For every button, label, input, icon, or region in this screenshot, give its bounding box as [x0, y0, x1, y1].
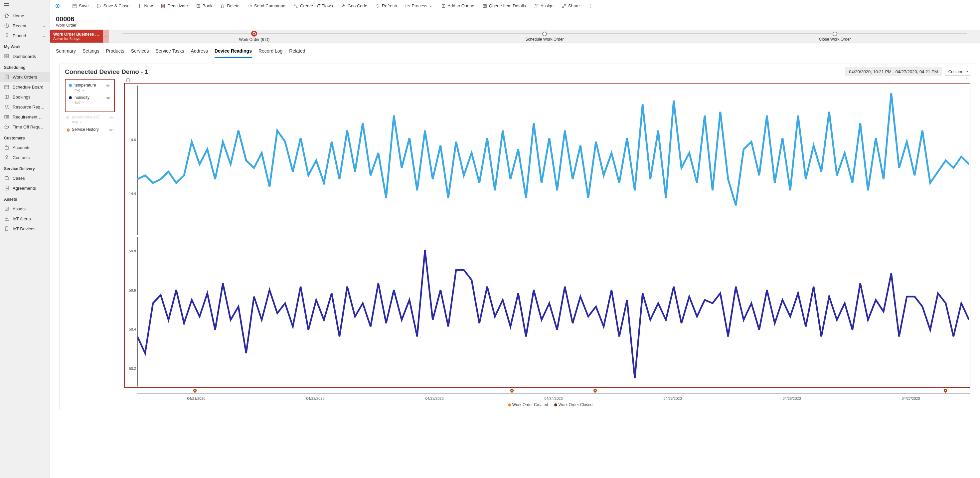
saveclose-icon: [97, 4, 102, 8]
cmd-save & close[interactable]: Save & Close: [94, 1, 133, 10]
tab-record log[interactable]: Record Log: [258, 46, 282, 58]
cmd-book[interactable]: Book: [192, 1, 216, 10]
svg-point-68: [945, 390, 946, 391]
sidebar-item[interactable]: IoT Alerts: [0, 214, 49, 224]
svg-point-40: [343, 5, 344, 6]
sidebar-item-recent[interactable]: Recent⌄: [0, 21, 49, 30]
eye-icon[interactable]: [105, 95, 111, 102]
cmd-deactivate[interactable]: Deactivate: [158, 1, 191, 10]
cmd-share[interactable]: Share: [558, 1, 583, 10]
nav-group-header: My Work: [0, 41, 49, 51]
sidebar-item[interactable]: Dashboards: [0, 51, 49, 61]
sidebar-item[interactable]: Requirement Groups: [0, 112, 49, 122]
legend-series-extra[interactable]: Service History: [65, 126, 115, 134]
legend-series[interactable]: humidityavg ⌄: [68, 94, 112, 105]
svg-rect-41: [406, 5, 409, 7]
cmd-save[interactable]: Save: [69, 1, 92, 10]
cmd-back[interactable]: [52, 2, 63, 10]
tab-services[interactable]: Services: [131, 46, 149, 58]
svg-rect-45: [483, 4, 487, 7]
cmd-new[interactable]: New: [134, 1, 156, 10]
chevron-down-icon: ⌄: [42, 23, 46, 28]
series-color-dot: [66, 128, 69, 131]
hamburger-button[interactable]: [0, 0, 49, 11]
svg-point-65: [195, 390, 196, 391]
cal-icon: [4, 84, 9, 89]
time-icon: [4, 124, 9, 129]
record-subtitle: Work Order: [56, 23, 974, 28]
bpf-collapse-button[interactable]: ‹: [103, 30, 109, 43]
nav-group-header: Assets: [0, 193, 49, 204]
tab-device readings[interactable]: Device Readings: [215, 46, 252, 58]
x-tick-label: 04/25/2020: [613, 397, 732, 400]
cmd-delete[interactable]: Delete: [217, 1, 243, 10]
cmd-queue item details[interactable]: Queue Item Details: [479, 1, 529, 10]
cmd-geo code[interactable]: Geo Code: [338, 1, 371, 10]
send-icon: [248, 4, 252, 8]
assign-icon: [534, 4, 539, 8]
svg-rect-14: [8, 116, 9, 118]
share-icon: [562, 4, 566, 8]
sidebar-item[interactable]: Agreements: [0, 183, 49, 193]
sidebar-item[interactable]: Resource Requireme...: [0, 102, 49, 112]
cmd-more[interactable]: [584, 2, 596, 10]
nav-group-header: Service Delivery: [0, 163, 49, 173]
tab-address[interactable]: Address: [191, 46, 208, 58]
series-color-dot: [69, 96, 72, 99]
tab-related[interactable]: Related: [289, 46, 305, 58]
sidebar-item[interactable]: Work Orders: [0, 72, 49, 82]
sidebar-item[interactable]: Cases: [0, 173, 49, 183]
eye-icon[interactable]: [108, 115, 113, 121]
record-header: 00006 Work Order: [50, 12, 980, 30]
sidebar-item[interactable]: Assets: [0, 204, 49, 214]
tab-products[interactable]: Products: [106, 46, 124, 58]
svg-point-20: [6, 208, 7, 209]
acct-icon: [4, 145, 9, 150]
sidebar-item[interactable]: Bookings: [0, 92, 49, 102]
svg-rect-2: [7, 54, 9, 56]
chevron-down-icon: ⌄: [430, 3, 433, 8]
cmd-send command[interactable]: Send Command: [244, 1, 289, 10]
series-legend-box: temperatureavg ⌄humidityavg ⌄: [65, 79, 115, 112]
range-preset-select[interactable]: Custom: [945, 68, 970, 76]
legend-series-extra[interactable]: accelerometerZavg ⌄: [65, 114, 115, 124]
date-range-display[interactable]: 04/20/2020, 10:21 PM - 04/27/2020, 04:21…: [845, 67, 942, 76]
flow-icon: [293, 4, 298, 8]
x-tick-label: 04/22/2020: [256, 397, 375, 400]
chevron-down-icon: ⌄: [42, 33, 46, 38]
sidebar-item[interactable]: Accounts: [0, 142, 49, 153]
x-tick-label: 04/27/2020: [851, 397, 970, 400]
bpf-name-panel[interactable]: Work Order Business Pro... Active for 6 …: [50, 30, 103, 43]
record-title: 00006: [56, 15, 974, 23]
eye-icon[interactable]: [108, 127, 113, 134]
svg-point-55: [68, 129, 69, 130]
eye-icon[interactable]: [105, 83, 111, 89]
cmd-refresh[interactable]: Refresh: [372, 1, 401, 10]
cmd-assign[interactable]: Assign: [531, 1, 557, 10]
sidebar-item[interactable]: IoT Devices: [0, 224, 49, 234]
qdetails-icon: [482, 4, 487, 8]
sidebar-item[interactable]: Time Off Requests: [0, 122, 49, 132]
tab-summary[interactable]: Summary: [56, 46, 76, 58]
clock-icon: [4, 23, 9, 28]
form-tabs: SummarySettingsProductsServicesService T…: [50, 43, 980, 58]
sidebar-item-pinned[interactable]: Pinned⌄: [0, 30, 49, 41]
bpf-stage-dot: [833, 32, 837, 36]
tab-settings[interactable]: Settings: [83, 46, 99, 58]
sidebar-item-home[interactable]: Home: [0, 11, 49, 21]
sidebar-item[interactable]: Contacts: [0, 153, 49, 163]
cmd-add to queue[interactable]: Add to Queue: [438, 1, 478, 10]
tab-service tasks[interactable]: Service Tasks: [155, 46, 184, 58]
svg-point-49: [590, 4, 590, 5]
chart-more-button[interactable]: ···: [964, 76, 969, 81]
svg-line-32: [163, 5, 164, 6]
cmd-create iot flows[interactable]: Create IoT Flows: [290, 1, 336, 10]
bpf-stage[interactable]: Close Work Order: [690, 31, 980, 41]
deact-icon: [161, 4, 165, 8]
x-tick-label: 04/24/2020: [494, 397, 613, 400]
bpf-stage[interactable]: Schedule Work Order: [399, 31, 690, 41]
bpf-stage[interactable]: Work Order (6 D): [109, 30, 399, 42]
legend-series[interactable]: temperatureavg ⌄: [68, 82, 112, 92]
sidebar-item[interactable]: Schedule Board: [0, 82, 49, 92]
cmd-process[interactable]: Process⌄: [402, 1, 436, 10]
